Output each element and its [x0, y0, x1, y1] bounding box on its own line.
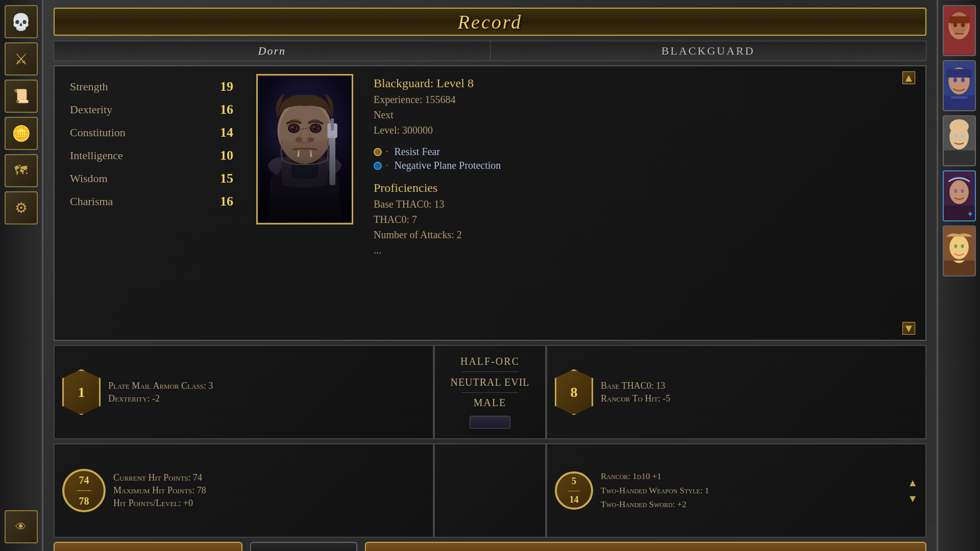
party-portrait-5[interactable] — [943, 226, 976, 277]
stats-section: Strength 19 Dexterity 16 Constitution 14… — [55, 66, 249, 340]
alignment-label: NEUTRAL EVIL — [450, 377, 529, 388]
info-scroll-up[interactable]: ▲ — [902, 71, 915, 84]
title-bar: Record — [54, 8, 926, 36]
info-more: ... — [374, 243, 913, 257]
weapon-damage: Rancor: 1d10 +1 — [601, 470, 918, 483]
stat-row-constitution: Constitution 14 — [70, 125, 233, 140]
svg-point-16 — [954, 134, 957, 138]
stat-value-dexterity: 16 — [208, 102, 233, 117]
stat-value-constitution: 14 — [208, 125, 233, 140]
gender-label: MALE — [474, 397, 507, 409]
left-sidebar: 💀 ⚔ 📜 🪙 🗺 ⚙ 👁 — [0, 0, 43, 551]
weapon-bottom-value: 14 — [570, 494, 579, 506]
thac0-value: 8 — [571, 384, 578, 400]
stat-value-strength: 19 — [208, 79, 233, 94]
stat-value-charisma: 16 — [208, 194, 233, 209]
hp-circle: 74 —— 78 — [62, 469, 106, 512]
weapon-panel: 5 —— 14 Rancor: 1d10 +1 Two-Handed Weapo… — [546, 443, 926, 538]
party-portrait-3[interactable] — [943, 115, 976, 166]
info-num-attacks: Number of Attacks: 2 — [374, 228, 913, 242]
hp-weapon-area: 74 —— 78 Current Hit Points: 74 Maximum … — [54, 443, 926, 538]
svg-point-28 — [961, 244, 964, 248]
sidebar-icon-coin[interactable]: 🪙 — [5, 117, 38, 150]
info-section: ▲ Blackguard: Level 8 Experience: 155684… — [361, 66, 925, 340]
hp-current-label: Current Hit Points: 74 — [113, 472, 206, 483]
left-buttons: INFORMATION REFORM PARTY — [54, 542, 248, 551]
sidebar-icon-scroll[interactable]: 📜 — [5, 80, 38, 113]
thac0-badge: 8 — [555, 369, 593, 415]
dual-class-button[interactable]: Dual-Class — [250, 542, 357, 551]
thac0-base: Base THAC0: 13 — [601, 381, 670, 391]
info-thac0: THAC0: 7 — [374, 212, 913, 227]
hp-max: 78 — [79, 495, 89, 507]
svg-point-21 — [949, 180, 969, 204]
svg-rect-6 — [948, 16, 970, 23]
main-content: Record Dorn BLACKGUARD Strength 19 Dexte… — [43, 0, 937, 551]
svg-rect-49 — [258, 77, 352, 222]
hp-panel: 74 —— 78 Current Hit Points: 74 Maximum … — [54, 443, 434, 538]
svg-point-9 — [953, 78, 957, 82]
ability-dot-npp — [374, 162, 382, 170]
svg-rect-5 — [954, 33, 964, 35]
customize-button[interactable]: CUSTOMIZE — [365, 542, 926, 551]
thac0-info: Base THAC0: 13 Rancor To Hit: -5 — [601, 381, 670, 404]
svg-point-17 — [961, 134, 964, 138]
information-button[interactable]: INFORMATION — [54, 542, 242, 551]
info-scroll-down[interactable]: ▼ — [902, 322, 915, 335]
character-class-tab[interactable]: BLACKGUARD — [490, 41, 927, 61]
party-portrait-1[interactable] — [943, 5, 976, 56]
sidebar-icon-map[interactable]: 🗺 — [5, 154, 38, 187]
weapon-scroll-down[interactable]: ▼ — [908, 493, 918, 505]
hp-per-level: Hit Points/Level: +0 — [113, 498, 206, 509]
portrait-section — [249, 66, 361, 340]
stat-label-strength: Strength — [70, 80, 108, 93]
ability-dot-resist-fear — [374, 148, 382, 156]
ac-dex-mod: Dexterity: -2 — [108, 393, 213, 404]
info-base-thac0: Base THAC0: 13 — [374, 197, 913, 211]
info-next-xp: Level: 300000 — [374, 123, 913, 137]
center-buttons: Dual-Class Level Up KIT DESCRIPTION — [248, 542, 360, 551]
record-panel: Strength 19 Dexterity 16 Constitution 14… — [54, 65, 926, 341]
race-label: HALF-ORC — [460, 356, 520, 367]
character-portrait — [256, 74, 353, 224]
stat-label-dexterity: Dexterity — [70, 103, 112, 116]
sidebar-icon-teeth[interactable]: 👁 — [5, 510, 38, 543]
stat-label-charisma: Charisma — [70, 195, 113, 208]
info-level-title: Blackguard: Level 8 — [374, 77, 913, 90]
stat-row-charisma: Charisma 16 — [70, 194, 233, 209]
stat-label-constitution: Constitution — [70, 126, 126, 139]
ability-row-npp: · Negative Plane Protection — [374, 160, 913, 171]
svg-point-22 — [954, 189, 957, 193]
sidebar-icon-gear[interactable]: ⚙ — [5, 191, 38, 224]
weapon-scroll-buttons: ▲ ▼ — [908, 477, 918, 505]
ac-panel: 1 Plate Mail Armor Class: 3 Dexterity: -… — [54, 345, 434, 439]
sidebar-icon-swords[interactable]: ⚔ — [5, 42, 38, 76]
name-tabs: Dorn BLACKGUARD — [54, 41, 926, 61]
sidebar-icon-skull[interactable]: 💀 — [5, 5, 38, 38]
stat-row-dexterity: Dexterity 16 — [70, 102, 233, 117]
stat-label-wisdom: Wisdom — [70, 172, 108, 185]
svg-rect-19 — [944, 151, 975, 165]
bottom-stats-area: 1 Plate Mail Armor Class: 3 Dexterity: -… — [54, 345, 926, 439]
hp-max-label: Maximum Hit Points: 78 — [113, 485, 206, 496]
weapon-scroll-up[interactable]: ▲ — [908, 477, 918, 489]
info-experience: Experience: 155684 — [374, 92, 913, 107]
weapon-info: Rancor: 1d10 +1 Two-Handed Weapon Style:… — [601, 470, 918, 511]
party-portrait-4[interactable]: ✦ — [943, 170, 976, 221]
character-name-tab[interactable]: Dorn — [54, 41, 490, 61]
ability-text-resist-fear: Resist Fear — [395, 146, 440, 158]
right-sidebar: ✦ — [937, 0, 980, 551]
thac0-rancor: Rancor To Hit: -5 — [601, 393, 670, 404]
stat-row-intelligence: Intelligence 10 — [70, 148, 233, 163]
svg-point-10 — [961, 78, 965, 82]
stat-row-wisdom: Wisdom 15 — [70, 171, 233, 186]
hp-info: Current Hit Points: 74 Maximum Hit Point… — [113, 472, 206, 509]
ac-value: 1 — [78, 384, 85, 400]
svg-point-27 — [954, 244, 957, 248]
party-portrait-2[interactable] — [943, 60, 976, 111]
ability-text-npp: Negative Plane Protection — [395, 160, 501, 171]
svg-point-23 — [961, 189, 964, 193]
stat-value-wisdom: 15 — [208, 171, 233, 186]
stat-value-intelligence: 10 — [208, 148, 233, 163]
stat-label-intelligence: Intelligence — [70, 149, 123, 162]
